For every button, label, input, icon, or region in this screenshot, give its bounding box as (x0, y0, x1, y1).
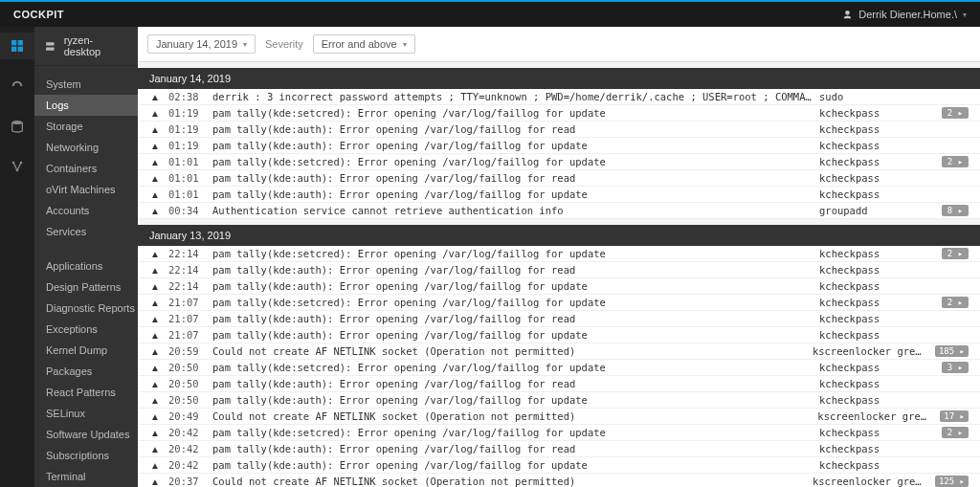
brand-label: COCKPIT (13, 9, 64, 20)
sidebar-item-subscriptions[interactable]: Subscriptions (34, 445, 138, 466)
sidebar-item-system[interactable]: System (34, 74, 138, 95)
log-message: derrik : 3 incorrect password attempts ;… (212, 91, 812, 102)
log-count-badge[interactable]: 2 ▸ (942, 248, 969, 259)
svg-rect-0 (11, 40, 16, 45)
log-row[interactable]: ▲20:37Could not create AF_NETLINK socket… (138, 474, 980, 487)
rail-gauge[interactable] (0, 73, 34, 100)
log-row[interactable]: ▲20:50pam_tally(kde:auth): Error opening… (138, 392, 980, 409)
sidebar-item-react-patterns[interactable]: React Patterns (34, 382, 138, 403)
log-count-badge[interactable]: 2 ▸ (942, 107, 969, 119)
user-menu[interactable]: Derrik Diener.Home.\ ▾ (842, 9, 967, 20)
log-message: pam_tally(kde:auth): Error opening /var/… (212, 188, 812, 200)
main-content: January 14, 2019 ▾ Severity Error and ab… (138, 27, 980, 487)
user-label: Derrik Diener.Home.\ (858, 9, 957, 20)
severity-select[interactable]: Error and above ▾ (313, 34, 415, 54)
log-row[interactable]: ▲20:42pam_tally(kde:auth): Error opening… (138, 457, 980, 474)
sidebar-item-design-patterns[interactable]: Design Patterns (34, 277, 138, 298)
log-row[interactable]: ▲01:19pam_tally(kde:setcred): Error open… (138, 105, 980, 122)
sidebar-item-services[interactable]: Services (34, 221, 138, 242)
log-message: pam_tally(kde:setcred): Error opening /v… (212, 427, 812, 438)
warning-icon: ▲ (149, 411, 161, 422)
log-count-badge[interactable]: 2 ▸ (942, 297, 969, 308)
log-row[interactable]: ▲01:01pam_tally(kde:auth): Error opening… (138, 187, 980, 203)
warning-icon: ▲ (149, 157, 161, 167)
log-row[interactable]: ▲01:01pam_tally(kde:auth): Error opening… (138, 170, 980, 187)
log-row[interactable]: ▲22:14pam_tally(kde:auth): Error opening… (138, 262, 980, 278)
server-icon (44, 40, 56, 53)
log-row[interactable]: ▲20:59Could not create AF_NETLINK socket… (138, 343, 980, 360)
log-row[interactable]: ▲01:19pam_tally(kde:auth): Error opening… (138, 122, 980, 138)
warning-icon: ▲ (149, 298, 161, 308)
log-message: pam_tally(kde:auth): Error opening /var/… (212, 123, 812, 135)
log-row[interactable]: ▲22:14pam_tally(kde:auth): Error opening… (138, 278, 980, 295)
log-count-badge[interactable]: 2 ▸ (942, 427, 969, 438)
log-service: kcheckpass (819, 297, 934, 308)
log-row[interactable]: ▲20:50pam_tally(kde:setcred): Error open… (138, 360, 980, 376)
sidebar-item-diagnostic-reports[interactable]: Diagnostic Reports (34, 298, 138, 319)
log-row[interactable]: ▲02:38derrik : 3 incorrect password atte… (138, 89, 980, 105)
log-message: pam_tally(kde:auth): Error opening /var/… (212, 329, 812, 341)
log-time: 01:01 (168, 156, 205, 167)
sidebar-item-software-updates[interactable]: Software Updates (34, 424, 138, 445)
log-message: pam_tally(kde:auth): Error opening /var/… (212, 378, 812, 389)
rail-network[interactable] (0, 153, 34, 180)
log-row[interactable]: ▲20:49Could not create AF_NETLINK socket… (138, 409, 980, 425)
log-row[interactable]: ▲21:07pam_tally(kde:auth): Error opening… (138, 327, 980, 343)
log-time: 22:14 (168, 280, 205, 292)
log-row[interactable]: ▲20:42pam_tally(kde:auth): Error opening… (138, 441, 980, 457)
log-message: pam_tally(kde:auth): Error opening /var/… (212, 264, 812, 276)
log-row[interactable]: ▲21:07pam_tally(kde:auth): Error opening… (138, 311, 980, 327)
log-count-badge[interactable]: 3 ▸ (942, 362, 969, 373)
log-count-badge[interactable]: 2 ▸ (942, 156, 969, 167)
log-message: Could not create AF_NETLINK socket (Oper… (212, 410, 810, 422)
log-service: kcheckpass (819, 443, 934, 454)
log-time: 20:49 (168, 410, 205, 422)
svg-rect-9 (46, 47, 54, 50)
date-select[interactable]: January 14, 2019 ▾ (147, 34, 256, 54)
sidebar-item-containers[interactable]: Containers (34, 158, 138, 179)
log-service: kcheckpass (819, 172, 934, 184)
log-message: Could not create AF_NETLINK socket (Oper… (212, 345, 805, 357)
log-count-badge[interactable]: 185 ▸ (935, 345, 969, 357)
warning-icon: ▲ (149, 173, 161, 184)
log-row[interactable]: ▲00:34Authentication service cannot retr… (138, 203, 980, 219)
log-message: pam_tally(kde:auth): Error opening /var/… (212, 313, 812, 324)
log-row[interactable]: ▲01:19pam_tally(kde:auth): Error opening… (138, 138, 980, 154)
sidebar-item-applications[interactable]: Applications (34, 255, 138, 277)
log-count-badge[interactable]: 17 ▸ (940, 410, 969, 422)
severity-select-label: Error and above (322, 38, 397, 50)
log-time: 01:01 (168, 172, 205, 184)
sidebar-item-logs[interactable]: Logs (34, 95, 138, 116)
sidebar-item-networking[interactable]: Networking (34, 137, 138, 158)
warning-icon: ▲ (149, 444, 161, 454)
warning-icon: ▲ (149, 265, 161, 276)
rail-storage[interactable] (0, 113, 34, 140)
log-list[interactable]: January 14, 2019▲02:38derrik : 3 incorre… (138, 62, 980, 487)
log-row[interactable]: ▲01:01pam_tally(kde:setcred): Error open… (138, 154, 980, 170)
sidebar-item-exceptions[interactable]: Exceptions (34, 319, 138, 340)
host-selector[interactable]: ryzen-desktop (34, 27, 138, 66)
sidebar-item-terminal[interactable]: Terminal (34, 466, 138, 487)
log-row[interactable]: ▲22:14pam_tally(kde:setcred): Error open… (138, 246, 980, 262)
sidebar-item-accounts[interactable]: Accounts (34, 200, 138, 221)
log-row[interactable]: ▲21:07pam_tally(kde:setcred): Error open… (138, 295, 980, 311)
log-service: kcheckpass (819, 459, 934, 471)
svg-point-4 (12, 121, 23, 124)
sidebar-item-ovirt-machines[interactable]: oVirt Machines (34, 179, 138, 200)
rail-dashboard[interactable] (0, 33, 34, 59)
log-row[interactable]: ▲20:50pam_tally(kde:auth): Error opening… (138, 376, 980, 392)
log-time: 20:50 (168, 394, 205, 406)
sidebar-item-selinux[interactable]: SELinux (34, 403, 138, 424)
log-row[interactable]: ▲20:42pam_tally(kde:setcred): Error open… (138, 425, 980, 441)
chevron-down-icon: ▾ (963, 11, 967, 19)
log-count-badge[interactable]: 125 ▸ (935, 476, 969, 487)
log-service: kcheckpass (819, 362, 934, 373)
log-time: 21:07 (168, 313, 205, 324)
sidebar-item-storage[interactable]: Storage (34, 116, 138, 137)
icon-rail (0, 27, 34, 487)
log-count-badge[interactable]: 8 ▸ (942, 205, 969, 216)
log-time: 02:38 (168, 91, 205, 102)
sidebar-item-packages[interactable]: Packages (34, 361, 138, 382)
sidebar-item-kernel-dump[interactable]: Kernel Dump (34, 340, 138, 361)
log-service: kcheckpass (819, 140, 934, 151)
